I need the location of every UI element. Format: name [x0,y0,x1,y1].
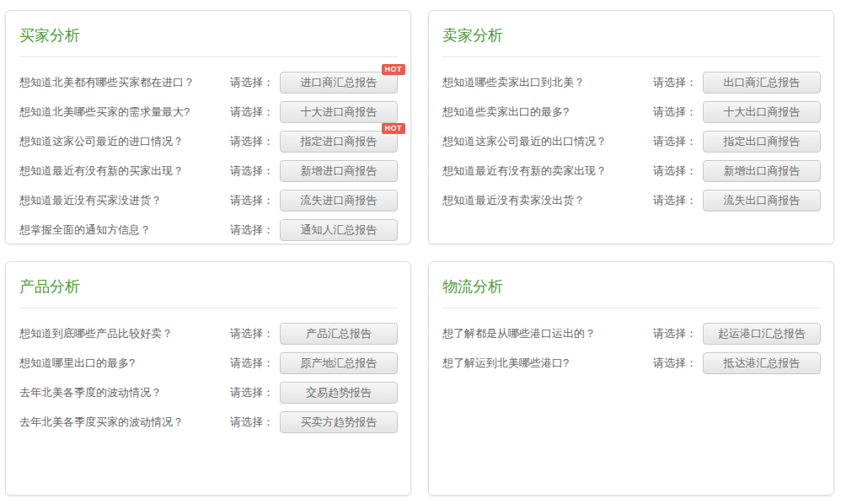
report-row: 想知道哪里出口的最多? 请选择： 原产地汇总报告 [16,349,401,378]
question-text: 去年北美各季度买家的波动情况？ [19,415,230,430]
panel-title: 产品分析 [19,278,398,297]
button-wrap: 原产地汇总报告 [280,352,398,374]
panel-seller-analysis: 卖家分析 想知道哪些卖家出口到北美？ 请选择： 出口商汇总报告 想知道些卖家出口… [428,10,834,244]
question-text: 想知道这家公司最近的出口情况？ [442,134,653,149]
report-button[interactable]: 流失进口商报告 [280,190,398,212]
report-row: 想知道最近没有买家没进货？ 请选择： 流失进口商报告 [16,186,401,216]
report-button[interactable]: 新增进口商报告 [280,160,398,182]
button-wrap: 新增出口商报告 [703,160,821,182]
select-label: 请选择： [230,75,274,90]
button-wrap: 指定进口商报告 HOT [280,131,398,153]
panel-title: 物流分析 [442,278,821,297]
button-wrap: 新增进口商报告 [280,160,398,182]
title-divider [442,308,821,308]
report-button[interactable]: 通知人汇总报告 [280,219,398,241]
button-wrap: 抵达港汇总报告 [703,352,821,374]
question-text: 想知道北美都有哪些买家都在进口？ [19,75,230,90]
report-button[interactable]: 进口商汇总报告 [280,72,398,94]
select-label: 请选择： [230,193,274,208]
report-button[interactable]: 十大进口商报告 [280,101,398,123]
question-text: 去年北美各季度的波动情况？ [19,385,230,400]
select-label: 请选择： [653,134,697,149]
dashboard-grid: 买家分析 想知道北美都有哪些买家都在进口？ 请选择： 进口商汇总报告 HOT 想… [0,0,841,504]
button-wrap: 产品汇总报告 [280,323,398,345]
report-button[interactable]: 产品汇总报告 [280,323,398,345]
report-row: 想知道最近没有卖家没出货？ 请选择： 流失出口商报告 [439,186,824,216]
select-label: 请选择： [230,105,274,120]
report-button[interactable]: 新增出口商报告 [703,160,821,182]
report-button[interactable]: 抵达港汇总报告 [703,352,821,374]
report-button[interactable]: 买卖方趋势报告 [280,411,398,433]
button-wrap: 流失进口商报告 [280,190,398,212]
button-wrap: 流失出口商报告 [703,190,821,212]
report-row: 想知道北美都有哪些买家都在进口？ 请选择： 进口商汇总报告 HOT [16,68,401,98]
report-rows: 想知道到底哪些产品比较好卖？ 请选择： 产品汇总报告 想知道哪里出口的最多? 请… [16,319,401,437]
report-row: 想知道最近有没有新的卖家出现？ 请选择： 新增出口商报告 [439,157,824,186]
select-label: 请选择： [653,164,697,179]
question-text: 想知道最近没有卖家没出货？ [442,193,653,208]
report-rows: 想知道哪些卖家出口到北美？ 请选择： 出口商汇总报告 想知道些卖家出口的最多? … [439,68,824,216]
button-wrap: 指定出口商报告 [703,131,821,153]
report-button[interactable]: 指定出口商报告 [703,131,821,153]
report-button[interactable]: 起运港口汇总报告 [703,323,821,345]
question-text: 想掌握全面的通知方信息？ [19,223,230,238]
select-label: 请选择： [653,193,697,208]
question-text: 想了解都是从哪些港口运出的？ [442,326,653,341]
button-wrap: 出口商汇总报告 [703,72,821,94]
hot-badge: HOT [382,64,406,75]
title-divider [442,56,821,57]
report-button[interactable]: 交易趋势报告 [280,382,398,404]
button-wrap: 进口商汇总报告 HOT [280,72,398,94]
report-row: 想了解运到北美哪些港口? 请选择： 抵达港汇总报告 [439,349,824,378]
hot-badge: HOT [382,123,406,134]
report-row: 想知道最近有没有新的买家出现？ 请选择： 新增进口商报告 [16,157,401,186]
report-button[interactable]: 十大出口商报告 [703,101,821,123]
report-row: 想知道哪些卖家出口到北美？ 请选择： 出口商汇总报告 [439,68,824,98]
button-wrap: 交易趋势报告 [280,382,398,404]
report-row: 去年北美各季度买家的波动情况？ 请选择： 买卖方趋势报告 [16,408,401,437]
panel-title: 买家分析 [19,27,398,46]
question-text: 想知道些卖家出口的最多? [442,105,653,120]
select-label: 请选择： [230,223,274,238]
select-label: 请选择： [230,356,274,371]
question-text: 想知道最近有没有新的卖家出现？ [442,164,653,179]
button-wrap: 买卖方趋势报告 [280,411,398,433]
title-divider [19,56,398,57]
select-label: 请选择： [230,134,274,149]
select-label: 请选择： [653,105,697,120]
button-wrap: 通知人汇总报告 [280,219,398,241]
report-button[interactable]: 流失出口商报告 [703,190,821,212]
report-button[interactable]: 原产地汇总报告 [280,352,398,374]
report-row: 想知道这家公司最近的出口情况？ 请选择： 指定出口商报告 [439,127,824,157]
question-text: 想了解运到北美哪些港口? [442,356,653,371]
question-text: 想知道哪里出口的最多? [19,356,230,371]
panel-product-analysis: 产品分析 想知道到底哪些产品比较好卖？ 请选择： 产品汇总报告 想知道哪里出口的… [5,261,411,496]
report-row: 想知道北美哪些买家的需求量最大? 请选择： 十大进口商报告 [16,98,401,127]
report-button[interactable]: 指定进口商报告 [280,131,398,153]
button-wrap: 十大进口商报告 [280,101,398,123]
report-row: 想知道这家公司最近的进口情况？ 请选择： 指定进口商报告 HOT [16,127,401,157]
question-text: 想知道最近有没有新的买家出现？ [19,164,230,179]
report-rows: 想了解都是从哪些港口运出的？ 请选择： 起运港口汇总报告 想了解运到北美哪些港口… [439,319,824,378]
button-wrap: 起运港口汇总报告 [703,323,821,345]
report-rows: 想知道北美都有哪些买家都在进口？ 请选择： 进口商汇总报告 HOT 想知道北美哪… [16,68,401,244]
report-row: 想掌握全面的通知方信息？ 请选择： 通知人汇总报告 [16,216,401,244]
panel-logistics-analysis: 物流分析 想了解都是从哪些港口运出的？ 请选择： 起运港口汇总报告 想了解运到北… [428,261,834,496]
select-label: 请选择： [230,164,274,179]
question-text: 想知道最近没有买家没进货？ [19,193,230,208]
select-label: 请选择： [653,75,697,90]
report-row: 想了解都是从哪些港口运出的？ 请选择： 起运港口汇总报告 [439,319,824,349]
report-button[interactable]: 出口商汇总报告 [703,72,821,94]
title-divider [19,308,398,308]
select-label: 请选择： [230,415,274,430]
panel-buyer-analysis: 买家分析 想知道北美都有哪些买家都在进口？ 请选择： 进口商汇总报告 HOT 想… [5,10,411,244]
question-text: 想知道到底哪些产品比较好卖？ [19,326,230,341]
select-label: 请选择： [653,326,697,341]
panel-title: 卖家分析 [442,27,821,46]
select-label: 请选择： [230,385,274,400]
button-wrap: 十大出口商报告 [703,101,821,123]
report-row: 想知道些卖家出口的最多? 请选择： 十大出口商报告 [439,98,824,127]
select-label: 请选择： [653,356,697,371]
report-row: 去年北美各季度的波动情况？ 请选择： 交易趋势报告 [16,378,401,408]
question-text: 想知道北美哪些买家的需求量最大? [19,105,230,120]
